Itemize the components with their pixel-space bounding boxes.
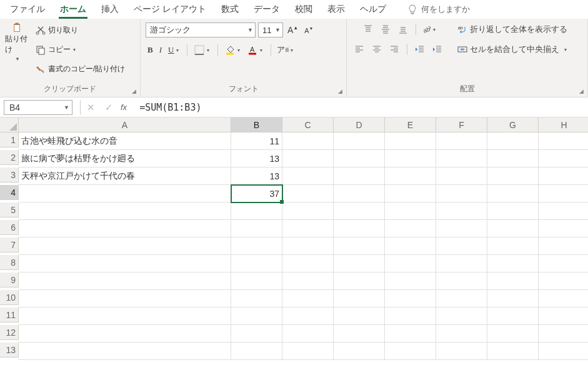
tab-insert[interactable]: 挿入 (95, 1, 125, 18)
row-header[interactable]: 3 (0, 168, 19, 182)
cell[interactable] (487, 238, 539, 255)
row-header[interactable]: 10 (0, 290, 19, 305)
cell[interactable] (334, 255, 385, 272)
cell[interactable] (385, 272, 436, 290)
cell[interactable] (334, 132, 385, 150)
font-dialog-launcher[interactable]: ◢ (336, 87, 344, 96)
cell[interactable] (282, 342, 334, 360)
cell[interactable] (282, 132, 334, 150)
name-box[interactable]: B4 ▼ (4, 100, 72, 115)
cell[interactable] (436, 342, 487, 360)
font-name-combo[interactable]: 游ゴシック ▼ (146, 22, 256, 38)
merge-center-button[interactable]: セルを結合して中央揃え ▾ (454, 42, 572, 56)
cell[interactable] (282, 220, 334, 238)
cell[interactable] (282, 168, 334, 185)
cell[interactable] (385, 185, 436, 202)
column-header[interactable]: D (334, 118, 385, 132)
tab-home[interactable]: ホーム (54, 1, 92, 18)
align-left-button[interactable] (352, 42, 367, 56)
row-header[interactable]: 5 (0, 202, 19, 218)
cell[interactable] (231, 290, 282, 308)
row-header[interactable]: 7 (0, 238, 19, 252)
cell[interactable] (539, 290, 588, 308)
cell[interactable] (282, 290, 334, 308)
column-header[interactable]: H (539, 118, 588, 132)
cell[interactable] (334, 272, 385, 290)
row-header[interactable]: 6 (0, 220, 19, 235)
cell[interactable] (334, 308, 385, 325)
row-header[interactable]: 2 (0, 150, 19, 165)
tell-me-search[interactable]: 何をしますか (407, 4, 470, 15)
cell[interactable]: 古池や蛙飛び込む水の音 (19, 132, 231, 150)
align-middle-button[interactable] (378, 22, 393, 36)
cell[interactable] (19, 272, 231, 290)
cell[interactable] (539, 132, 588, 150)
column-header[interactable]: E (385, 118, 436, 132)
cell[interactable] (385, 132, 436, 150)
font-size-combo[interactable]: 11 ▼ (258, 22, 283, 38)
cell[interactable] (19, 325, 231, 342)
column-header[interactable]: A (19, 118, 231, 132)
cell[interactable] (436, 238, 487, 255)
bold-button[interactable]: B (146, 44, 155, 56)
cell[interactable] (539, 255, 588, 272)
underline-button[interactable]: U▾ (166, 44, 182, 56)
clipboard-dialog-launcher[interactable]: ◢ (129, 87, 138, 96)
cell[interactable] (231, 308, 282, 325)
cell[interactable] (282, 272, 334, 290)
cut-button[interactable]: 切り取り (34, 24, 80, 37)
cell[interactable] (231, 255, 282, 272)
cell[interactable] (19, 202, 231, 220)
cell[interactable] (334, 185, 385, 202)
ruby-button[interactable]: ア亜 ▾ (276, 44, 296, 56)
increase-font-button[interactable]: A▲ (286, 24, 300, 36)
cell[interactable] (539, 202, 588, 220)
cell[interactable] (385, 308, 436, 325)
alignment-dialog-launcher[interactable]: ◢ (577, 87, 586, 96)
cell[interactable] (539, 150, 588, 168)
cell[interactable] (487, 290, 539, 308)
cell[interactable] (539, 238, 588, 255)
cell[interactable] (385, 342, 436, 360)
tab-data[interactable]: データ (247, 1, 286, 18)
cell[interactable] (487, 220, 539, 238)
align-bottom-button[interactable] (396, 22, 411, 36)
cell[interactable] (539, 342, 588, 360)
cell[interactable] (334, 342, 385, 360)
format-painter-button[interactable]: 書式のコピー/貼り付け (34, 62, 127, 76)
cell[interactable] (436, 132, 487, 150)
cell[interactable] (385, 150, 436, 168)
cell[interactable] (487, 342, 539, 360)
row-header[interactable]: 8 (0, 255, 19, 270)
enter-formula-button[interactable]: ✓ (102, 102, 116, 113)
italic-button[interactable]: I (157, 44, 164, 56)
row-header[interactable]: 12 (0, 325, 19, 340)
align-top-button[interactable] (361, 22, 376, 36)
cell[interactable] (385, 325, 436, 342)
cell[interactable] (231, 325, 282, 342)
cell[interactable]: 11 (231, 132, 282, 150)
cell[interactable] (436, 220, 487, 238)
cell[interactable] (487, 202, 539, 220)
cell[interactable] (282, 185, 334, 202)
cell[interactable] (282, 325, 334, 342)
cell[interactable] (436, 325, 487, 342)
cell[interactable] (231, 342, 282, 360)
paste-button[interactable]: 貼り付け ▼ (5, 22, 29, 61)
increase-indent-button[interactable] (430, 42, 445, 56)
cell[interactable] (487, 272, 539, 290)
cell[interactable] (487, 132, 539, 150)
cell[interactable]: 天秤や京江戸かけて千代の春 (19, 168, 231, 185)
cell[interactable] (19, 255, 231, 272)
worksheet-grid[interactable]: ABCDEFGH1古池や蛙飛び込む水の音112旅に病で夢は枯野をかけ廻る133天… (0, 118, 588, 360)
fx-icon[interactable]: fx (121, 102, 127, 112)
cell[interactable] (385, 202, 436, 220)
cell[interactable] (436, 168, 487, 185)
cell[interactable] (436, 272, 487, 290)
cell[interactable] (334, 168, 385, 185)
cell[interactable] (231, 202, 282, 220)
cell[interactable]: 13 (231, 150, 282, 168)
cell[interactable] (539, 168, 588, 185)
cell[interactable] (19, 220, 231, 238)
tab-file[interactable]: ファイル (4, 1, 51, 18)
